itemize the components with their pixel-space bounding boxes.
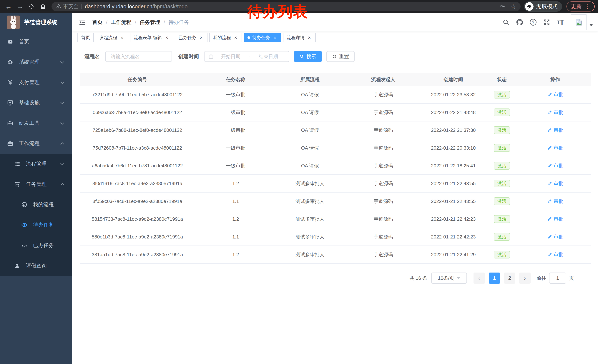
cell-task-id: 73211d9d-7b9b-11ec-b5b7-acde48001122 [80,92,195,97]
page-number-button[interactable]: 2 [504,273,515,284]
status-badge: 激活 [494,126,510,134]
tab-item[interactable]: 待办任务 × [244,33,281,42]
approve-link[interactable]: 审批 [547,109,563,116]
browser-home-button[interactable] [38,2,48,11]
status-badge: 激活 [494,162,510,170]
cell-process: OA 请假 [276,91,344,98]
sidebar-item[interactable]: 流程管理 [0,154,72,174]
chevron-down-icon [60,121,64,124]
tab-label: 发起流程 [99,35,117,40]
tab-close-icon[interactable]: × [307,35,312,40]
sidebar-item[interactable]: 支付管理 [0,72,72,93]
app-logo[interactable]: 芋道管理系统 [0,13,72,32]
edit-icon [547,217,552,221]
end-date-placeholder: 结束日期 [251,53,285,60]
sidebar-item[interactable]: 我的流程 [0,194,72,215]
approve-link[interactable]: 审批 [547,251,563,258]
create-time-label: 创建时间 [178,53,199,60]
tab-item[interactable]: 发起流程 × [96,33,128,42]
avatar[interactable] [571,15,587,30]
prev-page-button[interactable]: ‹ [473,273,485,284]
font-size-icon[interactable]: TT [554,13,568,32]
approve-link[interactable]: 审批 [547,91,563,98]
security-warning-label: 不安全 [63,3,79,10]
cell-process: OA 请假 [276,145,344,151]
tab-label: 待办任务 [252,35,270,40]
browser-reload-button[interactable] [26,2,37,11]
approve-link[interactable]: 审批 [547,234,563,240]
tab-item[interactable]: 我的流程 × [209,33,242,42]
goto-suffix: 页 [569,275,574,281]
col-task-name: 任务名称 [195,76,276,83]
header-search-icon[interactable] [499,13,513,32]
cell-process: 测试多审批人 [276,234,344,240]
search-icon [299,54,304,59]
tab-close-icon[interactable]: × [164,35,169,40]
breadcrumb-home[interactable]: 首页 [92,19,103,26]
bookmark-star-icon[interactable]: ☆ [511,3,516,10]
sidebar-item[interactable]: 任务管理 [0,174,72,194]
approve-link[interactable]: 审批 [547,145,563,151]
breadcrumb-workflow[interactable]: 工作流程 [111,19,132,26]
tab-item[interactable]: 首页 [77,33,94,42]
tab-close-icon[interactable]: × [119,35,125,40]
sidebar-item[interactable]: 请假查询 [0,256,72,276]
reset-button[interactable]: 重置 [326,51,355,62]
security-warning-icon[interactable] [56,3,61,10]
process-name-input[interactable] [105,51,172,62]
browser-back-button[interactable]: ← [3,2,14,11]
cell-starter: 芋道源码 [344,145,423,151]
tab-close-icon[interactable]: × [199,35,204,40]
avatar-dropdown-caret-icon[interactable] [589,24,593,26]
tab-close-icon[interactable]: × [272,35,277,40]
goto-page-input[interactable] [549,273,566,284]
status-badge: 激活 [494,197,510,205]
sidebar-fold-icon[interactable] [78,18,87,27]
sidebar-item[interactable]: 工作流程 [0,133,72,154]
breadcrumb-task-mgmt[interactable]: 任务管理 [140,19,160,26]
browser-forward-button[interactable]: → [15,2,25,11]
address-bar[interactable]: 不安全 dashboard.yudao.iocoder.cn /bpm/task… [51,2,521,11]
cell-process: OA 请假 [276,109,344,116]
help-icon[interactable]: ? [526,13,540,32]
tab-close-icon[interactable]: × [233,35,238,40]
tab-item[interactable]: 已办任务 × [175,33,208,42]
url-path: /bpm/task/todo [152,4,187,10]
date-range-picker[interactable]: 开始日期 - 结束日期 [204,51,289,62]
sidebar-item[interactable]: 研发工具 [0,113,72,133]
sidebar-item-label: 已办任务 [33,242,54,249]
tab-item[interactable]: 流程表单-编辑 × [130,33,173,42]
approve-link[interactable]: 审批 [547,198,563,205]
process-name-label: 流程名 [84,53,100,60]
filter-form: 流程名 创建时间 开始日期 - 结束日期 搜索 重置 [80,51,590,62]
page-number-button[interactable]: 1 [489,273,500,284]
approve-link[interactable]: 审批 [547,127,563,133]
sidebar-item[interactable]: 基础设施 [0,93,72,113]
total-count: 共 16 条 [410,275,427,281]
github-icon[interactable] [513,13,526,32]
cell-create-time: 2022-01-21 22:42:23 [423,234,484,240]
cell-process: OA 请假 [276,127,344,133]
sidebar-item[interactable]: 首页 [0,32,72,52]
tab-item[interactable]: 流程详情 × [283,33,316,42]
browser-menu-icon[interactable]: ⋮ [585,3,590,10]
approve-link[interactable]: 审批 [547,180,563,187]
browser-update-button[interactable]: 更新 ⋮ [566,1,595,11]
next-page-button[interactable]: › [519,273,531,284]
cell-task-name: 一级审批 [195,162,276,169]
sidebar-item[interactable]: 已办任务 [0,235,72,256]
page-size-select[interactable]: 10条/页 [431,273,467,284]
approve-link[interactable]: 审批 [547,216,563,222]
fullscreen-icon[interactable] [540,13,554,32]
password-key-icon[interactable] [500,3,506,10]
sidebar-item-label: 系统管理 [19,58,40,65]
edit-icon [547,163,552,168]
refresh-icon [332,54,337,59]
search-button[interactable]: 搜索 [294,51,322,62]
sidebar-menu: 首页 系统管理 支付管理 [0,32,72,364]
approve-link[interactable]: 审批 [547,162,563,169]
edit-icon [547,128,552,133]
sidebar-item[interactable]: 待办任务 [0,215,72,235]
cell-task-id: 381aa1dd-7ac8-11ec-a9e2-a2380e71991a [80,252,195,258]
sidebar-item[interactable]: 系统管理 [0,52,72,72]
